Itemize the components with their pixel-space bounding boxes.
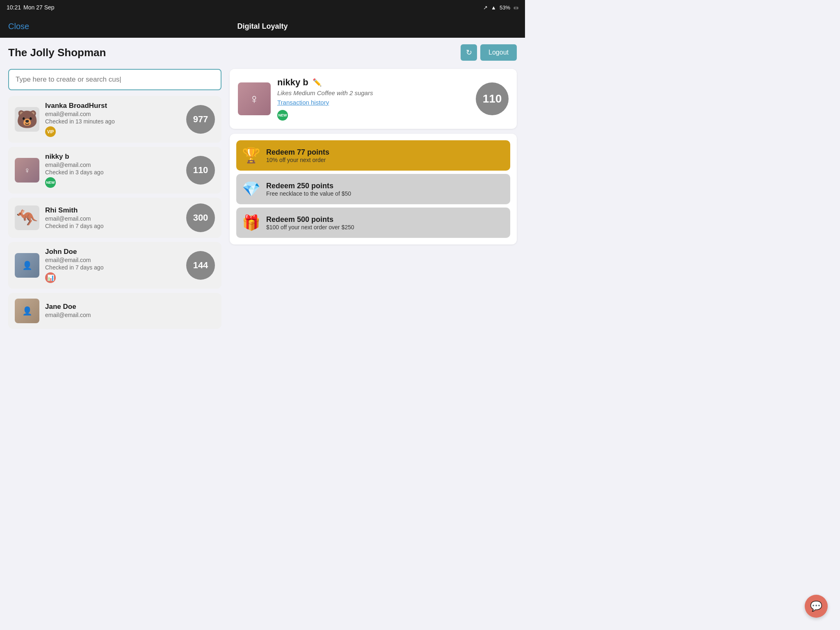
page-header: The Jolly Shopman ↻ Logout <box>0 38 525 61</box>
selected-customer-card: ♀ nikky b ✏️ Likes Medium Coffee with 2 … <box>230 69 517 129</box>
reward-text: Redeem 500 points $100 off your next ord… <box>266 215 354 231</box>
shop-title: The Jolly Shopman <box>8 46 106 59</box>
list-item[interactable]: 👤 Jane Doe email@email.com <box>8 293 221 329</box>
points-circle: 300 <box>186 203 215 232</box>
selected-points-circle: 110 <box>476 82 509 115</box>
selected-new-badge: NEW <box>277 110 288 121</box>
selected-name-row: nikky b ✏️ <box>277 77 469 88</box>
chart-badge: 📊 <box>45 272 56 283</box>
list-item[interactable]: ♀ nikky b email@email.com Checked in 3 d… <box>8 147 221 194</box>
nikky-avatar: ♀ <box>15 158 39 183</box>
avatar: 👤 <box>15 299 39 323</box>
customer-checkin: Checked in 13 minutes ago <box>45 118 180 125</box>
customer-email: email@email.com <box>45 162 180 168</box>
right-panel: ♀ nikky b ✏️ Likes Medium Coffee with 2 … <box>230 69 517 244</box>
vip-badge: VIP <box>45 126 56 137</box>
reward-title: Redeem 250 points <box>266 182 351 190</box>
main-content: 🐻 Ivanka BroadHurst email@email.com Chec… <box>0 61 525 337</box>
list-item[interactable]: 👤 John Doe email@email.com Checked in 7 … <box>8 242 221 289</box>
avatar: 🦘 <box>15 205 39 230</box>
customer-checkin: Checked in 7 days ago <box>45 264 180 271</box>
status-bar: 10:21 Mon 27 Sep ↗ ▲ 53% ▭ <box>0 0 525 15</box>
customer-info: Jane Doe email@email.com <box>45 303 215 319</box>
nav-title: Digital Loyalty <box>237 22 288 31</box>
list-item[interactable]: 🦘 Rhi Smith email@email.com Checked in 7… <box>8 198 221 238</box>
edit-icon[interactable]: ✏️ <box>313 78 322 87</box>
reward-text: Redeem 77 points 10% off your next order <box>266 148 329 163</box>
reward-item[interactable]: 🎁 Redeem 500 points $100 off your next o… <box>236 208 510 238</box>
reward-title: Redeem 500 points <box>266 215 354 224</box>
customer-info: nikky b email@email.com Checked in 3 day… <box>45 153 180 188</box>
customer-name: Rhi Smith <box>45 206 180 215</box>
list-item[interactable]: 🐻 Ivanka BroadHurst email@email.com Chec… <box>8 96 221 143</box>
status-time: 10:21 <box>7 4 21 11</box>
logout-button[interactable]: Logout <box>480 44 517 61</box>
rewards-card: 🏆 Redeem 77 points 10% off your next ord… <box>230 134 517 244</box>
reward-subtitle: $100 off your next order over $250 <box>266 224 354 231</box>
customer-checkin: Checked in 3 days ago <box>45 169 180 176</box>
customer-info: Ivanka BroadHurst email@email.com Checke… <box>45 102 180 137</box>
john-avatar: 👤 <box>15 253 39 278</box>
status-bar-left: 10:21 Mon 27 Sep <box>7 4 55 11</box>
customer-name: John Doe <box>45 248 180 256</box>
selected-info: nikky b ✏️ Likes Medium Coffee with 2 su… <box>277 77 469 121</box>
left-panel: 🐻 Ivanka BroadHurst email@email.com Chec… <box>8 69 221 329</box>
battery-text: 53% <box>500 5 510 11</box>
nikky-large-avatar: ♀ <box>238 82 271 115</box>
status-bar-right: ↗ ▲ 53% ▭ <box>483 5 518 11</box>
avatar: 👤 <box>15 253 39 278</box>
selected-avatar: ♀ <box>238 82 271 115</box>
gift-icon: 🎁 <box>242 214 260 231</box>
reward-text: Redeem 250 points Free necklace to the v… <box>266 182 351 197</box>
customer-info: Rhi Smith email@email.com Checked in 7 d… <box>45 206 180 229</box>
diamond-icon: 💎 <box>242 180 260 198</box>
reward-title: Redeem 77 points <box>266 148 329 157</box>
customer-name: Jane Doe <box>45 303 215 311</box>
jane-avatar: 👤 <box>15 299 39 323</box>
battery-icon: ▭ <box>514 5 518 11</box>
customer-email: email@email.com <box>45 257 180 263</box>
location-arrow-icon: ↗ <box>483 5 488 11</box>
avatar: ♀ <box>15 158 39 183</box>
kangaroo-icon: 🦘 <box>16 209 38 226</box>
transaction-history-link[interactable]: Transaction history <box>277 99 469 106</box>
points-circle: 144 <box>186 251 215 280</box>
trophy-icon: 🏆 <box>242 147 260 164</box>
reward-item[interactable]: 💎 Redeem 250 points Free necklace to the… <box>236 174 510 204</box>
search-input[interactable] <box>8 69 221 90</box>
reward-subtitle: 10% off your next order <box>266 157 329 163</box>
customer-email: email@email.com <box>45 215 180 222</box>
customer-email: email@email.com <box>45 111 180 117</box>
customer-checkin: Checked in 7 days ago <box>45 223 180 229</box>
wifi-icon: ▲ <box>491 5 496 11</box>
points-circle: 977 <box>186 105 215 134</box>
avatar: 🐻 <box>15 107 39 132</box>
header-actions: ↻ Logout <box>461 44 517 61</box>
reward-item[interactable]: 🏆 Redeem 77 points 10% off your next ord… <box>236 140 510 171</box>
customer-email: email@email.com <box>45 312 215 318</box>
close-button[interactable]: Close <box>8 22 29 31</box>
new-badge: NEW <box>45 177 56 188</box>
selected-note: Likes Medium Coffee with 2 sugars <box>277 89 469 96</box>
points-circle: 110 <box>186 156 215 185</box>
refresh-button[interactable]: ↻ <box>461 44 477 61</box>
status-date: Mon 27 Sep <box>23 4 55 11</box>
customer-list: 🐻 Ivanka BroadHurst email@email.com Chec… <box>8 96 221 329</box>
customer-name: Ivanka BroadHurst <box>45 102 180 110</box>
bear-icon: 🐻 <box>16 111 38 128</box>
selected-name: nikky b <box>277 77 308 88</box>
reward-subtitle: Free necklace to the value of $50 <box>266 190 351 197</box>
nav-bar: Close Digital Loyalty <box>0 15 525 38</box>
customer-name: nikky b <box>45 153 180 161</box>
customer-info: John Doe email@email.com Checked in 7 da… <box>45 248 180 283</box>
